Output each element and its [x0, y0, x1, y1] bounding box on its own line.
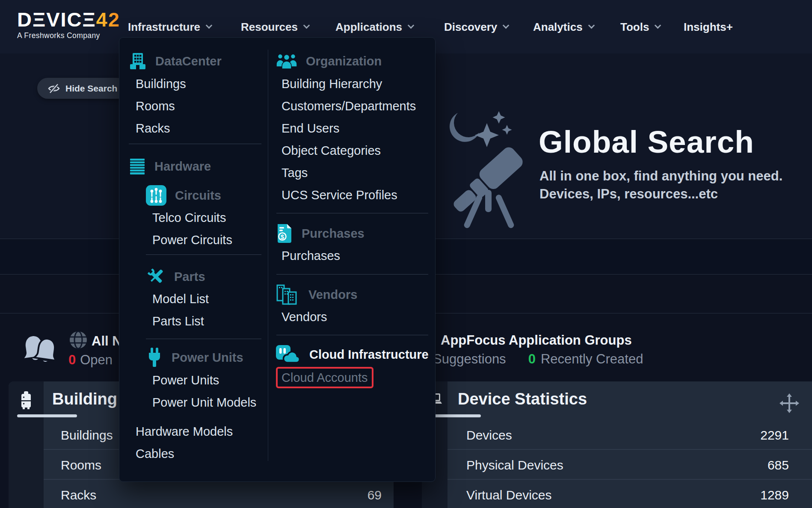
- menu-item-cloud-accounts[interactable]: Cloud Accounts: [282, 371, 368, 385]
- menu-header-parts: Parts: [146, 267, 205, 286]
- row-label: Buildings: [61, 428, 113, 443]
- notification-bells-icon: [21, 332, 61, 368]
- nav-label: Analytics: [533, 21, 583, 34]
- hardware-stack-icon: [129, 158, 146, 175]
- sparkle-icon: [502, 125, 512, 135]
- sparkle-icon: [493, 111, 505, 124]
- device42-logo[interactable]: DΞVICΞ42 A Freshworks Company: [17, 9, 120, 40]
- menu-header-cloud-infrastructure: Cloud Infrastructure: [276, 345, 429, 364]
- global-search-subtitle-2: Devices, IPs, resources...etc: [539, 186, 718, 202]
- move-icon[interactable]: [779, 393, 800, 414]
- table-row[interactable]: Virtual Devices 1289: [447, 481, 812, 508]
- nav-label: Tools: [620, 21, 649, 34]
- section-label: Vendors: [308, 288, 357, 302]
- row-separator: [447, 449, 812, 450]
- menu-header-organization: Organization: [276, 53, 382, 69]
- telescope-illustration: [442, 106, 538, 237]
- chevron-down-icon: [588, 22, 595, 29]
- row-label: Rooms: [61, 458, 101, 473]
- device-statistics-title: Device Statistics: [458, 390, 587, 408]
- menu-item-power-circuits[interactable]: Power Circuits: [152, 233, 232, 247]
- star-icon: [475, 123, 499, 147]
- nav-label: Resources: [241, 21, 298, 34]
- infrastructure-menu: DataCenter Buildings Rooms Racks Hardwar…: [119, 37, 436, 482]
- row-value: 2291: [760, 428, 789, 443]
- menu-item-parts-list[interactable]: Parts List: [152, 314, 204, 328]
- menu-item-vendors[interactable]: Vendors: [282, 310, 327, 324]
- menu-header-hardware: Hardware: [129, 158, 211, 175]
- global-search-title: Global Search: [539, 124, 754, 159]
- section-label: Power Units: [172, 351, 243, 365]
- globe-icon: [68, 330, 88, 350]
- menu-divider: [276, 335, 428, 335]
- menu-item-customers-departments[interactable]: Customers/Departments: [282, 99, 416, 113]
- recently-created-count: 0: [528, 351, 536, 367]
- active-tab-indicator: [430, 414, 481, 417]
- menu-item-building-hierarchy[interactable]: Building Hierarchy: [282, 77, 382, 91]
- section-label: Circuits: [175, 189, 221, 203]
- section-label: Purchases: [302, 227, 365, 241]
- menu-item-power-unit-models[interactable]: Power Unit Models: [152, 396, 256, 410]
- nav-label: Insights+: [684, 21, 733, 34]
- menu-item-telco-circuits[interactable]: Telco Circuits: [152, 211, 226, 225]
- svg-text:$: $: [281, 233, 284, 240]
- nav-insights[interactable]: Insights+: [684, 17, 733, 37]
- section-label: Parts: [174, 270, 205, 284]
- menu-divider: [146, 254, 261, 255]
- menu-item-hardware-models[interactable]: Hardware Models: [136, 425, 233, 439]
- global-search-subtitle-1: All in one box, find anything you need.: [539, 168, 782, 184]
- vendor-buildings-icon: [276, 284, 300, 305]
- menu-item-rooms[interactable]: Rooms: [136, 99, 175, 113]
- nav-analytics[interactable]: Analytics: [533, 17, 594, 37]
- menu-header-datacenter: DataCenter: [129, 52, 222, 70]
- nav-infrastructure[interactable]: Infrastructure: [128, 17, 211, 37]
- section-label: Organization: [306, 54, 382, 68]
- nav-discovery[interactable]: Discovery: [444, 17, 508, 37]
- row-value: 69: [367, 488, 382, 502]
- table-row[interactable]: Physical Devices 685: [447, 452, 812, 479]
- menu-header-vendors: Vendors: [276, 284, 357, 305]
- menu-column-divider: [268, 50, 268, 461]
- table-row[interactable]: Devices 2291: [447, 422, 812, 449]
- menu-item-racks[interactable]: Racks: [136, 121, 170, 136]
- invoice-icon: $: [276, 223, 293, 244]
- menu-item-ucs-service-profiles[interactable]: UCS Service Profiles: [282, 188, 397, 202]
- eye-off-icon: [47, 82, 60, 95]
- row-value: 685: [768, 458, 789, 473]
- active-tab-indicator: [17, 414, 77, 417]
- moon-icon: [450, 113, 479, 142]
- row-separator: [447, 479, 812, 480]
- nav-label: Infrastructure: [128, 21, 200, 34]
- menu-header-circuits: Circuits: [146, 185, 221, 206]
- suggestions-label: Suggestions: [433, 351, 506, 367]
- appfocus-title[interactable]: AppFocus Application Groups: [441, 333, 632, 348]
- menu-item-model-list[interactable]: Model List: [152, 292, 209, 306]
- hide-search-button[interactable]: Hide Search: [37, 78, 127, 99]
- rack-icon: [20, 391, 32, 410]
- menu-item-cables[interactable]: Cables: [136, 447, 174, 461]
- open-label: Open: [80, 352, 113, 368]
- logo-number: 42: [96, 8, 120, 31]
- menu-item-buildings[interactable]: Buildings: [136, 77, 186, 91]
- chevron-down-icon: [303, 22, 310, 29]
- section-label: DataCenter: [155, 54, 222, 68]
- logo-tagline: A Freshworks Company: [17, 31, 120, 40]
- nav-resources[interactable]: Resources: [241, 17, 309, 37]
- section-label: Hardware: [154, 159, 211, 174]
- nav-tools[interactable]: Tools: [620, 17, 660, 37]
- menu-item-object-categories[interactable]: Object Categories: [282, 144, 381, 158]
- open-notifications[interactable]: 0 Open: [68, 352, 113, 368]
- cloud-server-icon: [276, 345, 301, 364]
- building-icon: [129, 52, 147, 70]
- section-label: Cloud Infrastructure: [309, 348, 429, 362]
- row-label: Virtual Devices: [466, 488, 552, 502]
- table-row[interactable]: Racks 69: [44, 481, 394, 508]
- menu-item-tags[interactable]: Tags: [282, 166, 308, 180]
- appfocus-sub-row[interactable]: Suggestions 0 Recently Created: [433, 351, 643, 367]
- menu-item-purchases[interactable]: Purchases: [282, 249, 340, 263]
- chevron-down-icon: [503, 22, 510, 29]
- menu-divider: [276, 274, 428, 275]
- menu-item-end-users[interactable]: End Users: [282, 121, 339, 136]
- nav-applications[interactable]: Applications: [335, 17, 413, 37]
- menu-item-power-units[interactable]: Power Units: [152, 373, 219, 387]
